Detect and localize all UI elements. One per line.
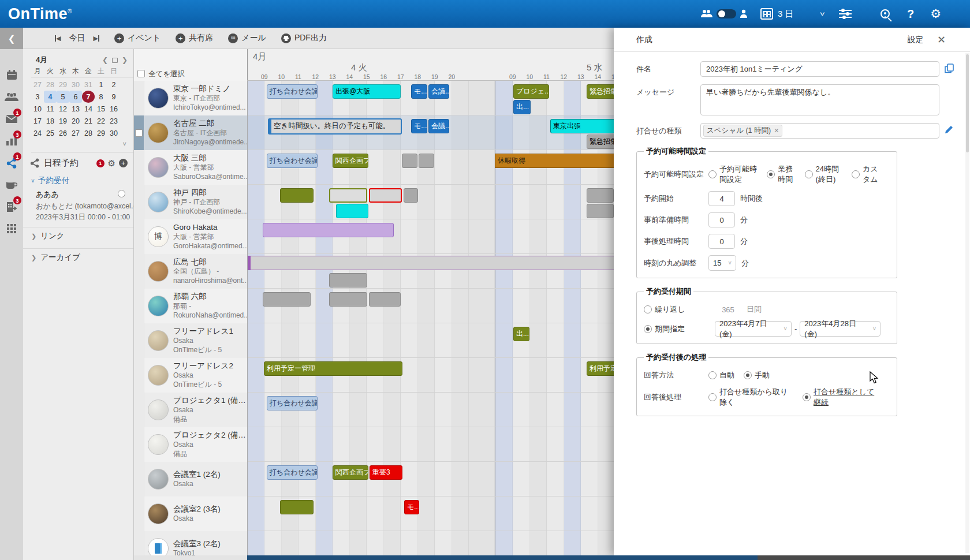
minical-day[interactable]: 1 (95, 79, 107, 91)
minical-day[interactable]: 27 (31, 79, 44, 91)
panel-scrollbar[interactable] (965, 53, 969, 553)
person-cell[interactable]: 名古屋 二郎名古屋 - IT企画部JiroNagoya@ontimede... (134, 115, 247, 150)
horizontal-scrollbar[interactable] (134, 555, 970, 560)
minical-day[interactable]: 25 (44, 127, 57, 139)
radio-business-hours[interactable]: 業務時間 (767, 164, 795, 185)
settings-gear-icon[interactable]: ⚙ (930, 7, 941, 21)
chip-remove-icon[interactable]: ✕ (774, 127, 779, 135)
person-view-icon[interactable] (740, 9, 748, 18)
minical-day[interactable]: 10 (31, 103, 44, 115)
event[interactable]: 利用予定ー管理 (264, 361, 402, 376)
close-icon[interactable]: ✕ (937, 33, 946, 46)
person-cell[interactable]: 神戸 四郎神戸 - IT企画部ShiroKobe@ontimede... (134, 185, 247, 219)
person-cell[interactable]: 博Goro Hakata大阪 - 営業部GoroHakata@ontimed..… (134, 219, 247, 254)
minical-day[interactable]: 30 (69, 79, 82, 91)
event[interactable]: 東京出張 (550, 119, 615, 133)
person-cell[interactable]: 会議室3 (2名)Tokyo1 (134, 531, 247, 555)
radio-repeat[interactable]: 繰り返し (644, 304, 706, 315)
skip-back-icon[interactable]: ◀ (55, 35, 61, 42)
people-nav-icon[interactable] (0, 86, 23, 108)
minical-day[interactable]: 28 (44, 79, 57, 91)
event[interactable]: 会議... (428, 119, 449, 133)
group-view-icon[interactable] (700, 9, 713, 18)
meeting-type-field[interactable]: スペシャル (1 時間)✕ (700, 123, 939, 139)
scheduling-nav-icon[interactable]: 1 (0, 152, 23, 174)
radio-remove-from-type[interactable]: 打合せ種類から取り除く (708, 387, 793, 408)
radio-24h[interactable]: 24時間(終日) (805, 164, 842, 185)
skip-forward-icon[interactable]: ▶ (93, 35, 99, 42)
pdf-output-button[interactable]: PDF出力 (281, 33, 327, 43)
today-button[interactable]: 今日 (69, 33, 85, 43)
event[interactable] (263, 292, 311, 307)
minical-day[interactable]: 16 (107, 103, 120, 115)
minical-day[interactable]: 17 (31, 115, 44, 127)
event[interactable] (336, 204, 368, 218)
minical-day[interactable]: 27 (69, 127, 82, 139)
links-group[interactable]: ❯リンク (23, 227, 133, 244)
event[interactable]: 打ち合わせ会議 (267, 465, 318, 480)
booking-start-input[interactable] (708, 191, 735, 206)
minical-day[interactable]: 21 (82, 115, 95, 127)
display-settings-icon[interactable] (839, 9, 852, 18)
minical-day[interactable]: 28 (82, 127, 95, 139)
event[interactable]: 会議... (428, 84, 449, 99)
period-to-select[interactable]: 2023年4月28日 (金)˅ (800, 321, 881, 337)
radio-manual[interactable]: 手動 (744, 370, 770, 380)
panel-settings-button[interactable]: 設定 (908, 35, 923, 45)
minical-day[interactable]: 8 (95, 91, 107, 103)
help-icon[interactable]: ? (907, 8, 914, 21)
event[interactable] (329, 292, 367, 307)
event[interactable]: プロジェ... (513, 84, 549, 99)
minical-day[interactable]: 23 (107, 115, 120, 127)
event[interactable] (587, 188, 614, 203)
row-checkbox[interactable] (135, 129, 143, 137)
minical-day[interactable]: 3 (31, 91, 44, 103)
minical-day[interactable]: 6 (69, 91, 82, 103)
minical-day[interactable]: 26 (57, 127, 69, 139)
meeting-type-chip[interactable]: スペシャル (1 時間)✕ (703, 125, 782, 137)
minical-day[interactable]: 7 (82, 91, 95, 103)
event[interactable] (419, 154, 434, 168)
event[interactable]: 出... (513, 100, 531, 114)
day-header[interactable]: 4 火 (351, 62, 367, 73)
mail-button[interactable]: ✉ メール (228, 33, 266, 43)
radio-continue-as-type[interactable]: 打合せ種類として継続 (803, 387, 881, 408)
minical-today-icon[interactable] (112, 58, 118, 63)
minical-day[interactable]: 5 (57, 91, 69, 103)
minical-day[interactable]: 29 (57, 79, 69, 91)
radio-custom[interactable]: カスタム (852, 164, 881, 185)
mail-nav-icon[interactable]: 1 (0, 108, 23, 130)
view-toggle[interactable] (717, 9, 736, 18)
minical-day[interactable]: 13 (69, 103, 82, 115)
scrollbar-thumb[interactable] (247, 555, 758, 560)
minical-next-icon[interactable]: ❯ (122, 56, 128, 64)
event[interactable]: 打ち合わせ会議 (267, 396, 318, 410)
event[interactable]: 関西企画プ... (333, 465, 368, 480)
minical-day[interactable]: 20 (69, 115, 82, 127)
minical-day[interactable]: 2 (107, 79, 120, 91)
event[interactable] (263, 223, 394, 237)
minical-day[interactable]: 24 (31, 127, 44, 139)
event[interactable] (369, 188, 402, 203)
minical-day[interactable]: 4 (44, 91, 57, 103)
minical-day[interactable]: 9 (107, 91, 120, 103)
break-nav-icon[interactable] (0, 174, 23, 196)
person-cell[interactable]: 会議室1 (2名)Osaka (134, 462, 247, 496)
minical-prev-icon[interactable]: ❮ (102, 56, 108, 64)
event[interactable] (280, 500, 314, 514)
period-from-select[interactable]: 2023年4月7日 (金)˅ (715, 321, 792, 337)
search-person-icon[interactable] (881, 9, 890, 18)
person-cell[interactable]: 広島 七郎全国（広島） -nanaroHiroshima@ont... (134, 254, 247, 289)
event[interactable]: 打ち合わせ会議 (267, 154, 318, 168)
office-nav-icon[interactable]: 3 (0, 196, 23, 218)
event-button[interactable]: + イベント (114, 33, 161, 43)
event[interactable]: 出張@大阪 (333, 84, 401, 99)
minical-day[interactable]: 15 (95, 103, 107, 115)
event[interactable] (587, 204, 614, 218)
event[interactable]: 休暇取得 (495, 154, 616, 168)
event[interactable]: モ... (411, 84, 427, 99)
event[interactable] (404, 188, 418, 203)
minical-day[interactable]: 29 (95, 127, 107, 139)
event[interactable] (280, 188, 314, 203)
event[interactable] (402, 154, 417, 168)
